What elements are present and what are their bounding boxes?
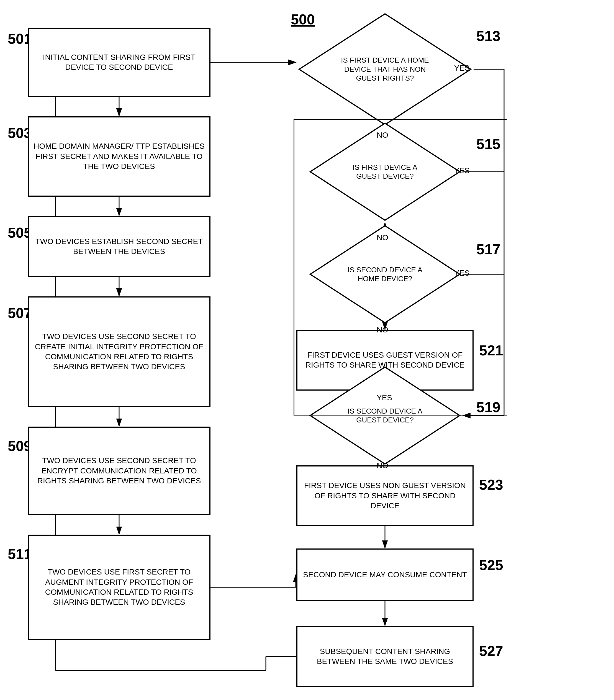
box-527-label: SUBSEQUENT CONTENT SHARING BETWEEN THE S… <box>300 647 470 667</box>
box-509: TWO DEVICES USE SECOND SECRET TO ENCRYPT… <box>28 427 211 515</box>
ref-527: 527 <box>479 643 503 659</box>
ref-523: 523 <box>479 476 503 493</box>
no-519: NO <box>377 461 388 470</box>
diamond-513-wrapper: IS FIRST DEVICE A HOME DEVICE THAT HAS N… <box>296 11 474 127</box>
box-501-label: INITIAL CONTENT SHARING FROM FIRST DEVIC… <box>32 52 206 73</box>
box-501: INITIAL CONTENT SHARING FROM FIRST DEVIC… <box>28 28 211 97</box>
svg-marker-32 <box>299 14 471 125</box>
box-527: SUBSEQUENT CONTENT SHARING BETWEEN THE S… <box>296 626 474 687</box>
ref-525: 525 <box>479 557 503 573</box>
box-525: SECOND DEVICE MAY CONSUME CONTENT <box>296 549 474 601</box>
box-525-label: SECOND DEVICE MAY CONSUME CONTENT <box>303 570 467 580</box>
box-511: TWO DEVICES USE FIRST SECRET TO AUGMENT … <box>28 535 211 640</box>
box-509-label: TWO DEVICES USE SECOND SECRET TO ENCRYPT… <box>32 456 206 486</box>
box-505: TWO DEVICES ESTABLISH SECOND SECRET BETW… <box>28 216 211 277</box>
box-511-label: TWO DEVICES USE FIRST SECRET TO AUGMENT … <box>32 567 206 608</box>
box-505-label: TWO DEVICES ESTABLISH SECOND SECRET BETW… <box>32 237 206 257</box>
box-503-label: HOME DOMAIN MANAGER/ TTP ESTABLISHES FIR… <box>32 141 206 172</box>
yes-513: YES <box>454 64 470 73</box>
box-523: FIRST DEVICE USES NON GUEST VERSION OF R… <box>296 465 474 526</box>
box-503: HOME DOMAIN MANAGER/ TTP ESTABLISHES FIR… <box>28 116 211 197</box>
ref-513: 513 <box>476 28 500 44</box>
box-507: TWO DEVICES USE SECOND SECRET TO CREATE … <box>28 296 211 407</box>
box-523-label: FIRST DEVICE USES NON GUEST VERSION OF R… <box>300 480 470 511</box>
bracket-right-group <box>293 119 507 415</box>
flowchart: 500 <box>0 0 614 700</box>
box-507-label: TWO DEVICES USE SECOND SECRET TO CREATE … <box>32 332 206 372</box>
